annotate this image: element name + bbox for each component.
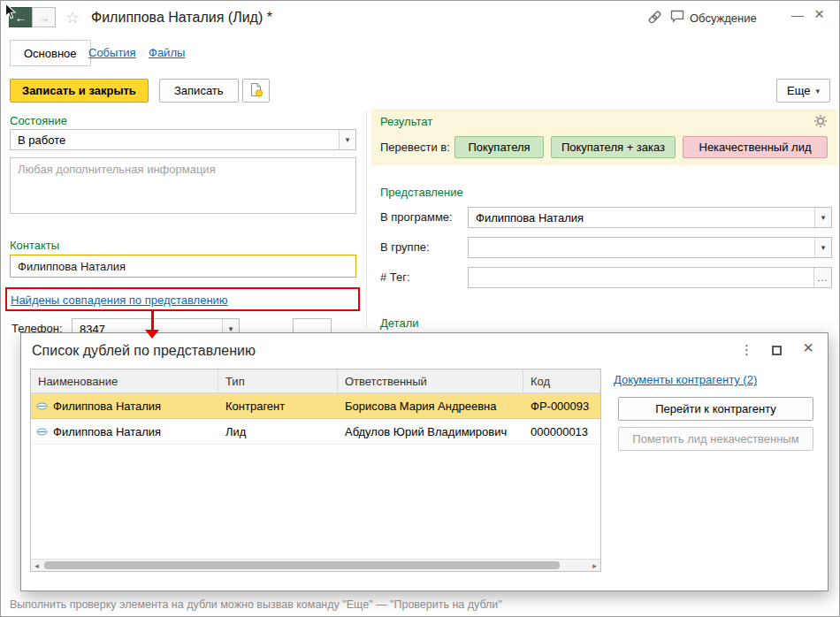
tab-main-label: Основное — [24, 47, 77, 60]
footer-hint: Выполнить проверку элемента на дубли мож… — [10, 598, 502, 611]
state-combobox[interactable]: В работе ▾ — [10, 129, 356, 150]
transfer-to-label: Перевести в: — [380, 141, 450, 154]
tab-events[interactable]: События — [88, 46, 136, 59]
cell-responsible: Борисова Мария Андреевна — [338, 400, 523, 413]
comment-textarea[interactable] — [10, 157, 356, 214]
cell-name: Филиппова Наталия — [53, 400, 161, 413]
catalog-item-icon — [36, 425, 48, 438]
duplicates-table: Наименование Тип Ответственный Код Филип… — [30, 369, 601, 572]
chevron-down-icon[interactable]: ▾ — [814, 238, 831, 257]
chat-bubble-icon — [670, 10, 684, 26]
tab-main[interactable]: Основное — [10, 40, 91, 66]
save-and-close-button[interactable]: Записать и закрыть — [10, 79, 149, 103]
chevron-down-icon[interactable]: ▾ — [339, 130, 355, 149]
goto-contractor-button[interactable]: Перейти к контрагенту — [618, 397, 813, 421]
cell-code: 000000013 — [523, 425, 600, 438]
contact-name-value: Филиппова Наталия — [18, 260, 126, 273]
tag-value — [469, 268, 813, 287]
chevron-down-icon[interactable]: ▾ — [814, 208, 831, 227]
minimize-icon[interactable]: — — [791, 8, 804, 22]
contacts-section-header: Контакты — [10, 239, 59, 252]
table-header-row: Наименование Тип Ответственный Код — [31, 369, 600, 393]
table-row[interactable]: Филиппова Наталия Лид Абдулов Юрий Влади… — [31, 419, 600, 445]
dialog-title: Список дублей по представлению — [32, 343, 256, 359]
forward-arrow-icon: → — [38, 11, 50, 25]
cell-responsible: Абдулов Юрий Владимирович — [338, 425, 523, 438]
in-program-label: В программе: — [380, 210, 453, 224]
copy-link-icon[interactable] — [647, 10, 662, 27]
kebab-menu-icon[interactable]: ⋮ — [740, 342, 753, 358]
gear-icon[interactable] — [813, 114, 828, 128]
more-button[interactable]: Еще ▾ — [776, 79, 830, 103]
scroll-left-arrow-icon[interactable]: ◂ — [31, 560, 42, 571]
column-header-responsible[interactable]: Ответственный — [338, 369, 523, 392]
create-based-on-button[interactable] — [242, 79, 270, 103]
chevron-down-icon: ▾ — [815, 87, 820, 95]
discussion-label: Обсуждение — [690, 11, 757, 25]
back-arrow-icon: ← — [15, 11, 27, 25]
favorites-star-icon[interactable]: ☆ — [65, 8, 80, 27]
column-header-code[interactable]: Код — [523, 369, 600, 392]
contact-name-input[interactable]: Филиппова Наталия — [10, 255, 356, 278]
state-value: В работе — [11, 130, 339, 149]
scroll-right-arrow-icon[interactable]: ▸ — [589, 560, 600, 571]
horizontal-scrollbar[interactable]: ◂ ▸ — [31, 559, 600, 571]
mark-low-quality-button: Пометить лид некачественным — [618, 427, 813, 451]
window-title: Филиппова Наталия (Лид) * — [91, 10, 272, 26]
tag-browse-button[interactable]: ... — [813, 268, 831, 287]
state-section-header: Состояние — [10, 114, 67, 127]
low-quality-lead-button[interactable]: Некачественный лид — [683, 136, 828, 158]
tag-input[interactable]: ... — [468, 267, 832, 288]
column-header-name[interactable]: Наименование — [31, 369, 218, 392]
representation-section-header: Представление — [380, 186, 463, 199]
tag-label: # Тег: — [380, 270, 410, 284]
contractor-documents-link[interactable]: Документы контрагенту (2) — [614, 373, 757, 386]
details-section-header: Детали — [380, 316, 419, 330]
cell-code: ФР-000093 — [523, 400, 600, 413]
more-button-label: Еще — [787, 84, 810, 97]
duplicates-dialog: Список дублей по представлению ⋮ × Наиме… — [20, 332, 829, 591]
in-group-label: В группе: — [380, 240, 430, 254]
column-header-type[interactable]: Тип — [218, 369, 338, 392]
discussion-button[interactable]: Обсуждение — [670, 10, 757, 26]
save-button[interactable]: Записать — [159, 79, 239, 103]
forward-button[interactable]: → — [32, 7, 56, 27]
in-group-value — [469, 238, 814, 257]
in-program-combobox[interactable]: Филиппова Наталия ▾ — [468, 207, 832, 228]
cell-type: Лид — [218, 425, 338, 438]
maximize-icon[interactable] — [772, 346, 782, 355]
result-section-header: Результат — [380, 115, 432, 128]
dialog-close-icon[interactable]: × — [803, 338, 813, 358]
transfer-to-customer-button[interactable]: Покупателя — [454, 136, 544, 158]
cell-name: Филиппова Наталия — [53, 425, 161, 438]
table-row[interactable]: Филиппова Наталия Контрагент Борисова Ма… — [31, 393, 600, 419]
in-program-value: Филиппова Наталия — [469, 208, 814, 227]
in-group-combobox[interactable]: ▾ — [468, 237, 832, 258]
scrollbar-thumb[interactable] — [44, 561, 560, 569]
lead-form-window: ← → ☆ Филиппова Наталия (Лид) * Обсужден… — [0, 0, 840, 617]
column-divider — [366, 110, 367, 328]
close-icon[interactable]: × — [814, 4, 824, 24]
transfer-to-customer-order-button[interactable]: Покупателя + заказ — [551, 136, 676, 158]
back-button[interactable]: ← — [9, 7, 33, 27]
duplicates-found-link[interactable]: Найдены совпадения по представлению — [11, 293, 228, 307]
cell-type: Контрагент — [218, 400, 338, 413]
tab-files[interactable]: Файлы — [149, 46, 185, 59]
document-icon — [248, 82, 263, 100]
catalog-item-icon — [36, 400, 48, 413]
